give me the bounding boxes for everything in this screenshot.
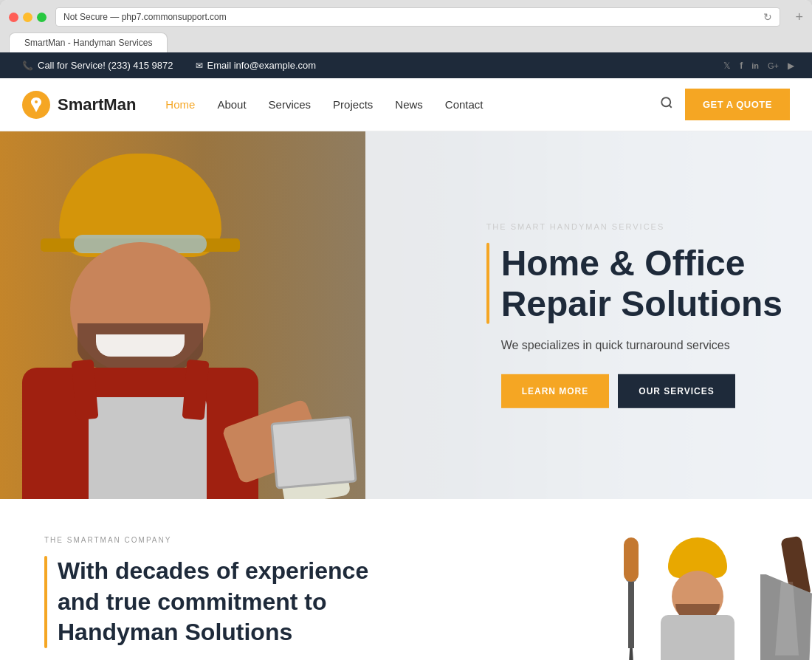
google-plus-icon[interactable]: G+ bbox=[768, 61, 779, 70]
logo[interactable]: SmartMan bbox=[22, 91, 136, 119]
social-icons: 𝕏 f in G+ ▶ bbox=[723, 61, 794, 71]
svg-line-1 bbox=[669, 105, 671, 107]
facebook-icon[interactable]: f bbox=[740, 61, 743, 71]
top-bar: 📞 Call for Service! (233) 415 9872 ✉ Ema… bbox=[0, 52, 338, 78]
new-tab-button[interactable]: + bbox=[795, 10, 803, 25]
nav-actions: GET A QUOTE bbox=[660, 89, 790, 120]
twitter-icon[interactable]: 𝕏 bbox=[723, 61, 731, 71]
reload-icon[interactable]: ↻ bbox=[763, 11, 772, 23]
learn-more-button[interactable]: LEARN MORE bbox=[501, 374, 610, 408]
youtube-icon[interactable]: ▶ bbox=[788, 61, 794, 71]
hero-title: Home & Office Repair Solutions bbox=[501, 243, 782, 324]
nav-news[interactable]: News bbox=[395, 98, 423, 111]
about-section: THE SMARTMAN COMPANY With decades of exp… bbox=[0, 499, 812, 660]
url-text: Not Secure — php7.commonsupport.com bbox=[63, 12, 227, 22]
our-services-button[interactable]: OUR SERVICES bbox=[618, 374, 734, 408]
main-navigation: SmartMan Home About Services Projects Ne… bbox=[0, 78, 812, 131]
nav-home[interactable]: Home bbox=[165, 98, 195, 111]
hero-title-bar bbox=[486, 243, 489, 324]
tab-bar: SmartMan - Handyman Services bbox=[9, 32, 803, 52]
nav-contact[interactable]: Contact bbox=[445, 98, 484, 111]
hero-section: THE SMART HANDYMAN SERVICES Home & Offic… bbox=[0, 131, 812, 499]
hero-title-line2: Repair Solutions bbox=[501, 284, 782, 323]
hero-buttons: LEARN MORE OUR SERVICES bbox=[501, 374, 782, 408]
about-title-line3: Handyman Solutions bbox=[58, 619, 292, 645]
maximize-button[interactable] bbox=[37, 13, 47, 22]
about-title: With decades of experience and true comm… bbox=[58, 556, 368, 648]
svg-point-0 bbox=[661, 97, 670, 106]
about-title-bar bbox=[44, 556, 47, 648]
phone-contact: 📞 Call for Service! (233) 415 9872 bbox=[22, 60, 173, 71]
address-bar[interactable]: Not Secure — php7.commonsupport.com ↻ bbox=[55, 7, 780, 27]
phone-label: Call for Service! (233) 415 9872 bbox=[38, 60, 173, 71]
hero-title-line1: Home & Office bbox=[501, 244, 746, 283]
minimize-button[interactable] bbox=[23, 13, 32, 22]
nav-about[interactable]: About bbox=[217, 98, 246, 111]
get-quote-button[interactable]: GET A QUOTE bbox=[685, 89, 790, 120]
about-content: THE SMARTMAN COMPANY With decades of exp… bbox=[44, 536, 428, 648]
hero-content: THE SMART HANDYMAN SERVICES Home & Offic… bbox=[486, 222, 782, 408]
hero-title-wrapper: Home & Office Repair Solutions bbox=[486, 243, 782, 324]
close-button[interactable] bbox=[9, 13, 18, 22]
active-tab[interactable]: SmartMan - Handyman Services bbox=[9, 32, 168, 52]
browser-window: Not Secure — php7.commonsupport.com ↻ + … bbox=[0, 0, 812, 660]
email-icon: ✉ bbox=[196, 61, 203, 71]
linkedin-icon[interactable]: in bbox=[751, 61, 759, 70]
phone-icon: 📞 bbox=[22, 61, 33, 71]
nav-links: Home About Services Projects News Contac… bbox=[165, 98, 483, 111]
logo-text: SmartMan bbox=[58, 95, 136, 114]
about-title-line1: With decades of experience bbox=[58, 557, 368, 584]
traffic-lights bbox=[9, 13, 47, 22]
nav-projects[interactable]: Projects bbox=[333, 98, 373, 111]
hero-subtitle: THE SMART HANDYMAN SERVICES bbox=[486, 222, 782, 231]
nav-services[interactable]: Services bbox=[269, 98, 312, 111]
about-subtitle: THE SMARTMAN COMPANY bbox=[44, 536, 428, 544]
worker-figure-small bbox=[650, 530, 746, 660]
page-content: 📞 Call for Service! (233) 415 9872 ✉ Ema… bbox=[0, 52, 812, 660]
about-title-line2: and true commitment to bbox=[58, 588, 326, 615]
hero-description: We specializes in quick turnaround servi… bbox=[501, 339, 782, 352]
browser-chrome: Not Secure — php7.commonsupport.com ↻ + … bbox=[0, 0, 812, 52]
about-title-wrapper: With decades of experience and true comm… bbox=[44, 556, 428, 648]
email-contact: ✉ Email info@example.com bbox=[196, 60, 317, 71]
email-label: Email info@example.com bbox=[207, 60, 317, 71]
logo-icon bbox=[22, 91, 50, 119]
about-images bbox=[613, 530, 812, 660]
saw-figure bbox=[746, 530, 812, 660]
screwdriver-figure bbox=[613, 530, 650, 660]
search-icon[interactable] bbox=[660, 96, 673, 113]
